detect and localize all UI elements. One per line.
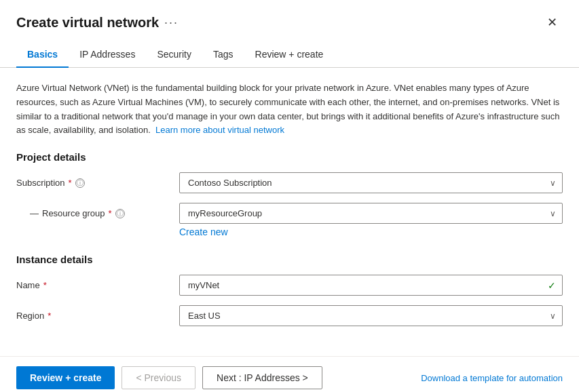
learn-more-link[interactable]: Learn more about virtual network (155, 125, 284, 135)
name-input-wrap: ✓ (179, 275, 563, 296)
resource-group-label: — Resource group * ⓘ (16, 203, 179, 218)
region-control: East US West US North Europe East Asia ∨ (179, 305, 563, 326)
subscription-select-wrap: Contoso Subscription ∨ (179, 172, 563, 193)
subscription-info-icon[interactable]: ⓘ (75, 178, 85, 188)
review-create-button[interactable]: Review + create (16, 366, 115, 389)
resource-group-select[interactable]: myResourceGroup (179, 203, 563, 224)
region-select-wrap: East US West US North Europe East Asia ∨ (179, 305, 563, 326)
dialog-content: Azure Virtual Network (VNet) is the fund… (0, 68, 579, 356)
name-row: Name * ✓ (16, 275, 563, 296)
subscription-required-star: * (69, 178, 72, 188)
close-button[interactable]: ✕ (542, 14, 563, 31)
subscription-control: Contoso Subscription ∨ (179, 172, 563, 193)
name-required-star: * (43, 280, 47, 290)
create-virtual-network-dialog: Create virtual network ··· ✕ Basics IP A… (0, 0, 579, 392)
resource-group-control: myResourceGroup ∨ Create new (179, 203, 563, 237)
name-control: ✓ (179, 275, 563, 296)
subscription-select[interactable]: Contoso Subscription (179, 172, 563, 193)
project-details-title: Project details (16, 151, 563, 163)
subscription-row: Subscription * ⓘ Contoso Subscription ∨ (16, 172, 563, 193)
name-input[interactable] (179, 275, 563, 296)
dialog-title: Create virtual network (16, 15, 159, 31)
tab-security[interactable]: Security (146, 42, 202, 68)
previous-button[interactable]: < Previous (122, 366, 195, 389)
tab-tags[interactable]: Tags (202, 42, 244, 68)
dialog-header: Create virtual network ··· ✕ (0, 0, 579, 31)
instance-details-section: Instance details Name * ✓ Region (16, 254, 563, 326)
dialog-footer: Review + create < Previous Next : IP Add… (0, 356, 579, 392)
tab-bar: Basics IP Addresses Security Tags Review… (0, 42, 579, 68)
description-text: Azure Virtual Network (VNet) is the fund… (16, 81, 563, 138)
subscription-label: Subscription * ⓘ (16, 178, 179, 188)
resource-group-row: — Resource group * ⓘ myResourceGroup ∨ C… (16, 203, 563, 237)
dialog-title-row: Create virtual network ··· (16, 15, 179, 31)
project-details-section: Project details Subscription * ⓘ Contoso… (16, 151, 563, 237)
next-button[interactable]: Next : IP Addresses > (202, 366, 322, 389)
tab-ip-addresses[interactable]: IP Addresses (69, 42, 146, 68)
dialog-ellipsis-icon[interactable]: ··· (164, 16, 179, 30)
resource-group-required-star: * (109, 208, 112, 218)
region-label: Region * (16, 311, 179, 321)
region-required-star: * (48, 311, 51, 321)
create-new-link[interactable]: Create new (179, 227, 563, 237)
automation-template-link[interactable]: Download a template for automation (421, 373, 563, 383)
name-valid-icon: ✓ (548, 280, 556, 291)
region-row: Region * East US West US North Europe Ea… (16, 305, 563, 326)
instance-details-title: Instance details (16, 254, 563, 265)
tab-review-create[interactable]: Review + create (244, 42, 335, 68)
region-select[interactable]: East US West US North Europe East Asia (179, 305, 563, 326)
name-label: Name * (16, 280, 179, 290)
tab-basics[interactable]: Basics (16, 42, 69, 68)
resource-group-select-wrap: myResourceGroup ∨ (179, 203, 563, 224)
resource-group-info-icon[interactable]: ⓘ (115, 209, 125, 218)
